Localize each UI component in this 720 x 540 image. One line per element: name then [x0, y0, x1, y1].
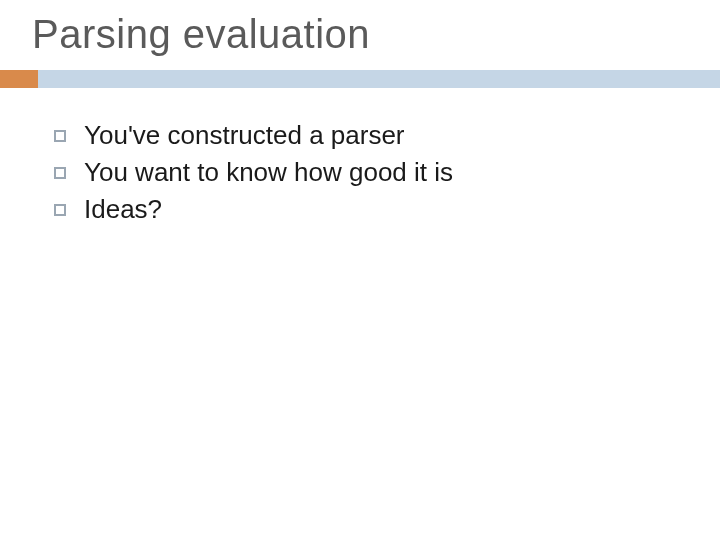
bullet-list: You've constructed a parser You want to …: [54, 120, 680, 231]
list-item-text: You've constructed a parser: [84, 120, 405, 151]
slide: Parsing evaluation You've constructed a …: [0, 0, 720, 540]
divider-main: [38, 70, 720, 88]
list-item-text: You want to know how good it is: [84, 157, 453, 188]
square-bullet-icon: [54, 204, 66, 216]
slide-title: Parsing evaluation: [32, 12, 370, 57]
list-item-text: Ideas?: [84, 194, 162, 225]
divider-bar: [0, 70, 720, 88]
accent-block: [0, 70, 38, 88]
square-bullet-icon: [54, 130, 66, 142]
square-bullet-icon: [54, 167, 66, 179]
list-item: Ideas?: [54, 194, 680, 225]
list-item: You want to know how good it is: [54, 157, 680, 188]
list-item: You've constructed a parser: [54, 120, 680, 151]
